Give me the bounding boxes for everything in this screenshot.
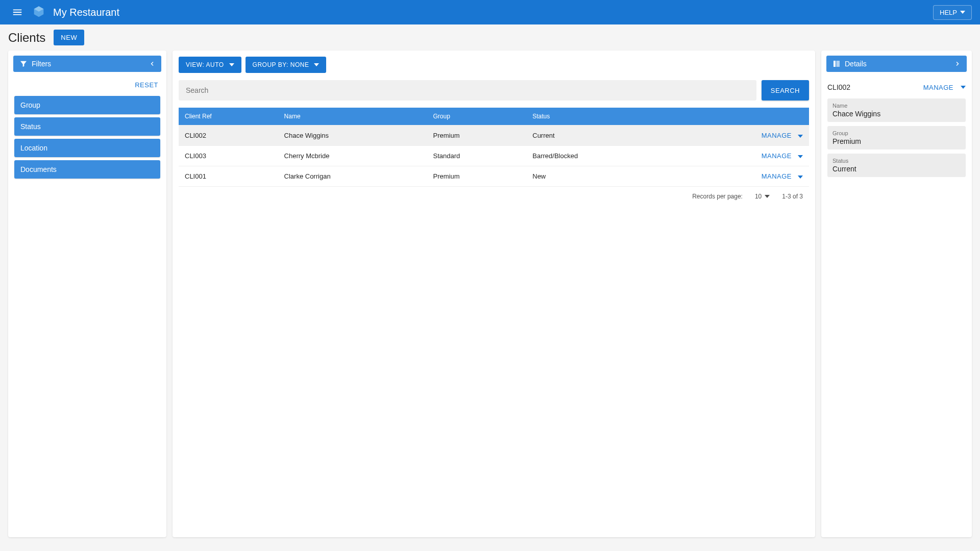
view-dropdown[interactable]: VIEW: AUTO: [179, 57, 241, 73]
detail-label: Name: [832, 103, 961, 109]
filters-title: Filters: [32, 60, 51, 68]
filters-body: RESET GroupStatusLocationDocuments: [8, 77, 166, 188]
app-bar: My Restaurant HELP: [0, 0, 980, 24]
help-label: HELP: [940, 9, 957, 16]
cell-actions: MANAGE: [673, 166, 809, 187]
cell-ref: CLI001: [179, 166, 278, 187]
groupby-label: GROUP BY: NONE: [253, 61, 309, 68]
per-page-select[interactable]: 10: [754, 192, 771, 201]
cell-status: Barred/Blocked: [526, 146, 672, 166]
filter-category[interactable]: Documents: [14, 160, 160, 179]
details-title: Details: [845, 60, 867, 68]
detail-field: StatusCurrent: [827, 154, 966, 177]
detail-value: Premium: [832, 137, 961, 145]
table-row[interactable]: CLI002Chace WigginsPremiumCurrentMANAGE: [179, 126, 809, 146]
cell-name: Clarke Corrigan: [278, 166, 427, 187]
column-header[interactable]: Status: [526, 108, 672, 126]
cell-name: Chace Wiggins: [278, 126, 427, 146]
cell-group: Premium: [427, 166, 526, 187]
filter-icon: [19, 60, 28, 68]
page-range: 1-3 of 3: [782, 193, 803, 200]
new-button[interactable]: NEW: [54, 30, 84, 45]
caret-down-icon: [314, 63, 319, 66]
column-header[interactable]: Client Ref: [179, 108, 278, 126]
cell-actions: MANAGE: [673, 146, 809, 166]
filters-header[interactable]: Filters: [13, 56, 161, 72]
caret-down-icon[interactable]: [798, 135, 803, 138]
clients-table: Client RefNameGroupStatus CLI002Chace Wi…: [179, 108, 809, 186]
table-footer: Records per page: 10 1-3 of 3: [179, 186, 809, 206]
cell-status: Current: [526, 126, 672, 146]
menu-button[interactable]: [8, 3, 27, 21]
table-header-row: Client RefNameGroupStatus: [179, 108, 809, 126]
caret-down-icon[interactable]: [798, 176, 803, 179]
caret-down-icon: [960, 11, 965, 14]
manage-link[interactable]: MANAGE: [762, 172, 792, 180]
caret-down-icon[interactable]: [961, 86, 966, 89]
caret-down-icon: [765, 195, 770, 198]
details-icon: [832, 60, 841, 68]
details-ref: CLI002: [827, 83, 923, 91]
search-button[interactable]: SEARCH: [762, 80, 809, 101]
cell-ref: CLI002: [179, 126, 278, 146]
filter-category[interactable]: Group: [14, 96, 160, 114]
svg-rect-1: [836, 61, 840, 67]
cell-status: New: [526, 166, 672, 187]
details-manage-link[interactable]: MANAGE: [923, 84, 953, 91]
chevron-left-icon: [149, 61, 155, 67]
caret-down-icon[interactable]: [798, 155, 803, 158]
filter-category[interactable]: Location: [14, 139, 160, 157]
svg-rect-0: [834, 61, 836, 67]
table-row[interactable]: CLI001Clarke CorriganPremiumNewMANAGE: [179, 166, 809, 187]
chevron-right-icon: [954, 61, 961, 67]
cell-group: Standard: [427, 146, 526, 166]
detail-field: NameChace Wiggins: [827, 98, 966, 122]
detail-value: Current: [832, 165, 961, 173]
app-logo: [31, 4, 47, 20]
column-header[interactable]: Name: [278, 108, 427, 126]
page-title: Clients: [8, 31, 45, 45]
records-label: Records per page:: [692, 193, 743, 200]
details-panel: Details CLI002 MANAGE NameChace WigginsG…: [821, 51, 972, 537]
app-title: My Restaurant: [53, 7, 933, 18]
content-panel: VIEW: AUTO GROUP BY: NONE SEARCH Client …: [173, 51, 815, 537]
caret-down-icon: [229, 63, 234, 66]
filter-category[interactable]: Status: [14, 117, 160, 136]
cell-group: Premium: [427, 126, 526, 146]
page-header: Clients NEW: [0, 24, 980, 51]
detail-label: Status: [832, 158, 961, 164]
details-body: CLI002 MANAGE NameChace WigginsGroupPrem…: [821, 77, 972, 187]
manage-link[interactable]: MANAGE: [762, 132, 792, 139]
column-header-actions: [673, 108, 809, 126]
column-header[interactable]: Group: [427, 108, 526, 126]
cell-name: Cherry Mcbride: [278, 146, 427, 166]
table-row[interactable]: CLI003Cherry McbrideStandardBarred/Block…: [179, 146, 809, 166]
help-button[interactable]: HELP: [933, 5, 972, 20]
cell-actions: MANAGE: [673, 126, 809, 146]
details-header[interactable]: Details: [826, 56, 967, 72]
reset-button[interactable]: RESET: [135, 81, 158, 89]
content-toolbar: VIEW: AUTO GROUP BY: NONE: [179, 57, 809, 73]
manage-link[interactable]: MANAGE: [762, 152, 792, 160]
search-input[interactable]: [179, 80, 756, 101]
filters-panel: Filters RESET GroupStatusLocationDocumen…: [8, 51, 166, 537]
view-label: VIEW: AUTO: [186, 61, 224, 68]
cell-ref: CLI003: [179, 146, 278, 166]
detail-field: GroupPremium: [827, 126, 966, 149]
detail-value: Chace Wiggins: [832, 110, 961, 118]
groupby-dropdown[interactable]: GROUP BY: NONE: [246, 57, 327, 73]
search-row: SEARCH: [179, 80, 809, 101]
main-layout: Filters RESET GroupStatusLocationDocumen…: [0, 51, 980, 545]
per-page-value: 10: [755, 193, 762, 200]
detail-label: Group: [832, 130, 961, 136]
hamburger-icon: [12, 7, 23, 18]
